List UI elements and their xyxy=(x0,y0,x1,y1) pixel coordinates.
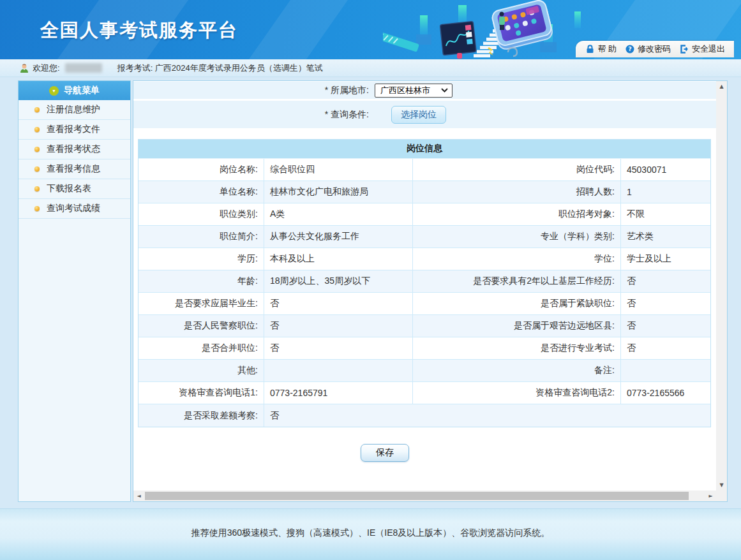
field-label: 招聘人数: xyxy=(413,181,621,203)
criteria-label: * 查询条件: xyxy=(133,109,369,121)
field-label: 是否进行专业考试: xyxy=(413,337,621,359)
field-value: 否 xyxy=(264,337,413,359)
field-value: 否 xyxy=(621,293,710,314)
field-label: 是否采取差额考察: xyxy=(138,404,264,427)
field-value: 1 xyxy=(621,181,710,203)
page-footer: 推荐使用360极速模式、搜狗（高速模式）、IE（IE8及以上版本）、谷歌浏览器访… xyxy=(0,508,741,560)
sidebar-item-view-exam-documents[interactable]: 查看报考文件 xyxy=(19,120,130,140)
field-value: 否 xyxy=(621,270,710,292)
field-value: 桂林市文化广电和旅游局 xyxy=(264,181,413,203)
sidebar-menu: 注册信息维护查看报考文件查看报考状态查看报考信息下载报名表查询考试成绩 xyxy=(19,100,130,219)
field-label: 资格审查咨询电话1: xyxy=(138,382,264,404)
change-password-link[interactable]: ? 修改密码 xyxy=(625,43,671,55)
field-label: 岗位名称: xyxy=(138,159,264,181)
field-label: 是否要求具有2年以上基层工作经历: xyxy=(413,270,621,292)
save-button[interactable]: 保存 xyxy=(361,444,409,462)
field-value: 否 xyxy=(264,404,710,427)
job-table-body: 岗位名称:综合职位四岗位代码:45030071单位名称:桂林市文化广电和旅游局招… xyxy=(138,159,710,427)
field-value: 本科及以上 xyxy=(264,248,413,270)
field-value: A类 xyxy=(264,203,413,225)
table-row: 职位类别:A类职位招考对象:不限 xyxy=(138,203,710,226)
field-value: 综合职位四 xyxy=(264,159,413,181)
table-row: 是否采取差额考察:否 xyxy=(138,404,710,427)
field-value: 学士及以上 xyxy=(621,248,710,270)
field-value: 艺术类 xyxy=(621,226,710,247)
scroll-up-icon[interactable]: ▲ xyxy=(716,81,727,92)
horizontal-scroll-thumb[interactable] xyxy=(145,492,689,500)
sidebar-item-register-info[interactable]: 注册信息维护 xyxy=(19,100,130,120)
city-select[interactable]: 广西区桂林市 xyxy=(375,84,453,98)
field-label: 是否人民警察职位: xyxy=(138,315,264,337)
table-row: 其他:备注: xyxy=(138,360,710,382)
sidebar-item-view-application-status[interactable]: 查看报考状态 xyxy=(19,140,130,159)
welcome-greeting: 欢迎您: xyxy=(33,63,60,74)
job-info-table: 岗位信息 岗位名称:综合职位四岗位代码:45030071单位名称:桂林市文化广电… xyxy=(138,139,711,427)
table-row: 是否人民警察职位:否是否属于艰苦边远地区县:否 xyxy=(138,315,710,337)
scroll-left-icon[interactable]: ◄ xyxy=(133,490,144,501)
sidebar-item-view-application-info[interactable]: 查看报考信息 xyxy=(19,159,130,179)
table-row: 岗位名称:综合职位四岗位代码:45030071 xyxy=(138,159,710,181)
field-label: 资格审查咨询电话2: xyxy=(413,382,621,404)
field-value: 从事公共文化服务工作 xyxy=(264,226,413,247)
chevron-down-icon: ▼ xyxy=(49,86,59,96)
browser-recommendation: 推荐使用360极速模式、搜狗（高速模式）、IE（IE8及以上版本）、谷歌浏览器访… xyxy=(191,527,550,538)
select-chevron-icon xyxy=(441,88,448,92)
field-value: 不限 xyxy=(621,203,710,225)
sidebar-item-label: 查看报考信息 xyxy=(47,163,100,175)
field-value: 18周岁以上、35周岁以下 xyxy=(264,270,413,292)
question-icon: ? xyxy=(625,45,634,54)
scroll-down-icon[interactable]: ▼ xyxy=(716,480,727,490)
field-label: 职位招考对象: xyxy=(413,203,621,225)
vertical-scrollbar[interactable]: ▲ ▼ xyxy=(716,81,727,490)
logout-link[interactable]: 安全退出 xyxy=(680,43,725,55)
field-value: 否 xyxy=(621,337,710,359)
field-value: 0773-2165566 xyxy=(621,382,710,404)
field-label: 职位类别: xyxy=(138,203,264,225)
sidebar-nav-header[interactable]: ▼ 导航菜单 xyxy=(19,81,130,100)
table-row: 是否要求应届毕业生:否是否属于紧缺职位:否 xyxy=(138,293,710,315)
field-label: 专业（学科）类别: xyxy=(413,226,621,247)
sidebar-item-label: 查询考试成绩 xyxy=(47,203,100,214)
table-row: 是否合并职位:否是否进行专业考试:否 xyxy=(138,337,710,360)
table-row: 单位名称:桂林市文化广电和旅游局招聘人数:1 xyxy=(138,181,710,203)
bullet-icon xyxy=(34,166,40,172)
form-row-location: * 所属地市: 广西区桂林市 xyxy=(133,82,716,99)
city-select-value: 广西区桂林市 xyxy=(380,85,441,96)
form-row-criteria: * 查询条件: 选择岗位 xyxy=(133,101,716,128)
field-label: 单位名称: xyxy=(138,181,264,203)
field-label: 学历: xyxy=(138,248,264,270)
welcome-bar: 欢迎您: 报考考试: 广西2024年度考试录用公务员（选调生）笔试 xyxy=(0,59,741,77)
sidebar-item-label: 注册信息维护 xyxy=(47,104,100,115)
exam-name-label: 报考考试: 广西2024年度考试录用公务员（选调生）笔试 xyxy=(117,63,323,74)
header-illustration xyxy=(383,0,587,59)
horizontal-scrollbar[interactable]: ◄ ► xyxy=(133,490,716,501)
sidebar: ▼ 导航菜单 注册信息维护查看报考文件查看报考状态查看报考信息下载报名表查询考试… xyxy=(18,80,131,502)
scrollbar-corner xyxy=(716,490,727,501)
help-link[interactable]: 帮 助 xyxy=(586,43,617,55)
table-row: 年龄:18周岁以上、35周岁以下是否要求具有2年以上基层工作经历:否 xyxy=(138,270,710,293)
field-label: 其他: xyxy=(138,360,264,381)
content-scroll-area: * 所属地市: 广西区桂林市 * 查询条件: 选择岗位 岗位信息 岗位名称:综合… xyxy=(133,81,716,490)
field-value xyxy=(621,360,710,381)
field-value: 否 xyxy=(264,315,413,337)
bullet-icon xyxy=(34,186,40,191)
choose-job-button[interactable]: 选择岗位 xyxy=(391,106,446,124)
scroll-right-icon[interactable]: ► xyxy=(705,490,716,501)
svg-text:?: ? xyxy=(628,45,632,52)
table-row: 资格审查咨询电话1:0773-2165791资格审查咨询电话2:0773-216… xyxy=(138,382,710,404)
field-label: 备注: xyxy=(413,360,621,381)
sidebar-item-query-exam-results[interactable]: 查询考试成绩 xyxy=(19,199,130,219)
user-links-bar: 帮 助 ? 修改密码 安全退出 xyxy=(576,41,734,57)
nav-header-label: 导航菜单 xyxy=(64,85,100,96)
main-content-panel: * 所属地市: 广西区桂林市 * 查询条件: 选择岗位 岗位信息 岗位名称:综合… xyxy=(133,80,728,502)
field-label: 是否属于艰苦边远地区县: xyxy=(413,315,621,337)
header-streak xyxy=(237,0,357,59)
table-row: 学历:本科及以上学位:学士及以上 xyxy=(138,248,710,270)
field-label: 是否要求应届毕业生: xyxy=(138,293,264,314)
bullet-icon xyxy=(34,107,40,112)
location-label: * 所属地市: xyxy=(133,85,369,96)
app-header: 全国人事考试服务平台 帮 助 ? 修改密码 安全退出 xyxy=(0,0,741,59)
field-value: 否 xyxy=(264,293,413,314)
sidebar-item-label: 查看报考状态 xyxy=(47,144,100,155)
sidebar-item-download-application-form[interactable]: 下载报名表 xyxy=(19,179,130,199)
